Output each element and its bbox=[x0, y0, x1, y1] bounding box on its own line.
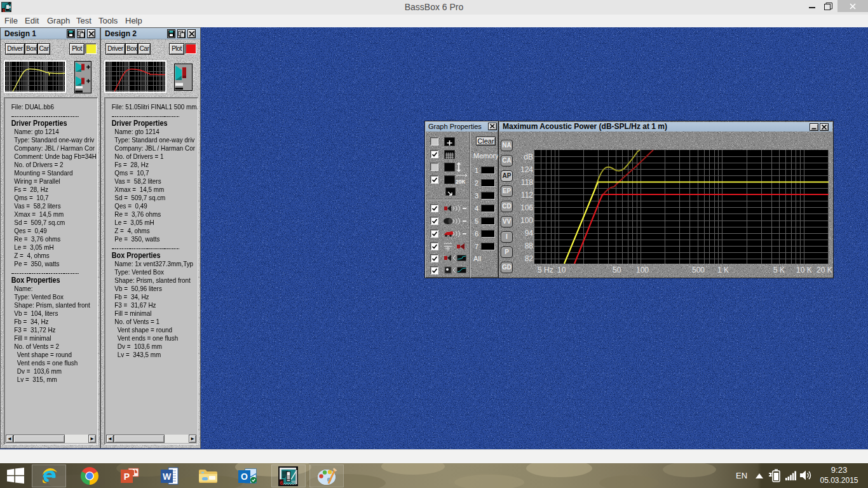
svg-text:6: 6 bbox=[3, 8, 5, 13]
svg-text:W: W bbox=[163, 471, 172, 482]
svg-text:6: 6 bbox=[280, 480, 283, 486]
svg-text:P: P bbox=[124, 471, 130, 482]
svg-text:O: O bbox=[241, 471, 248, 482]
